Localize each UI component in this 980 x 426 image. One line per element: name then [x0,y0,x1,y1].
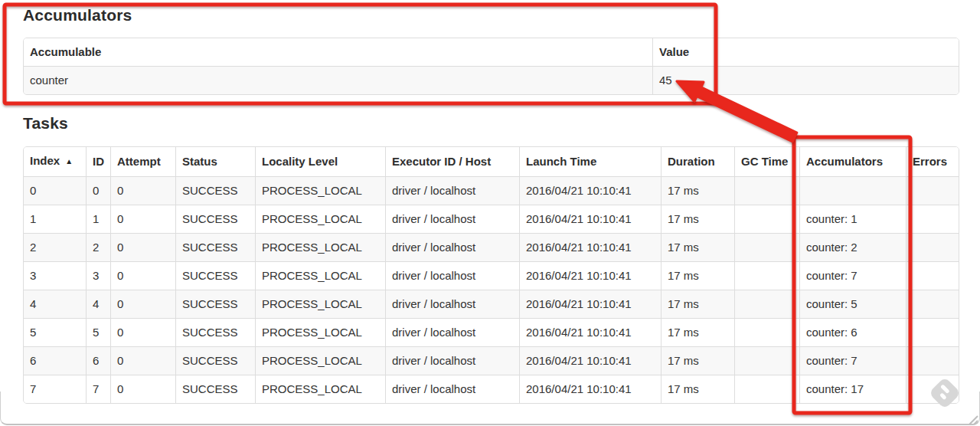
table-cell: 2016/04/21 10:10:41 [519,290,661,318]
table-row: 440SUCCESSPROCESS_LOCALdriver / localhos… [24,290,959,318]
table-cell: PROCESS_LOCAL [255,318,385,346]
table-cell [906,176,959,205]
table-cell: counter: 7 [799,346,906,375]
table-cell: 0 [110,176,175,205]
table-cell: 17 ms [661,176,734,205]
table-header-row: AccumulableValue [24,38,959,66]
table-cell: 4 [24,290,86,318]
table-cell: 2016/04/21 10:10:41 [519,346,661,375]
table-cell: 2016/04/21 10:10:41 [519,205,661,233]
table-cell [906,233,959,261]
table-cell: PROCESS_LOCAL [255,205,385,233]
column-header-index[interactable]: Index▲ [24,147,86,176]
table-cell: 2016/04/21 10:10:41 [519,176,661,205]
table-cell: 45 [652,66,959,94]
table-cell: SUCCESS [175,346,255,375]
column-header-executor-id-host[interactable]: Executor ID / Host [385,147,519,176]
table-cell: 0 [110,346,175,375]
table-cell: driver / localhost [385,176,519,205]
table-cell: 2016/04/21 10:10:41 [519,261,661,290]
table-cell: 17 ms [661,290,734,318]
table-cell: driver / localhost [385,346,519,375]
table-cell: 1 [24,205,86,233]
table-row: 330SUCCESSPROCESS_LOCALdriver / localhos… [24,261,959,290]
table-cell: driver / localhost [385,290,519,318]
column-header-value[interactable]: Value [652,38,959,66]
table-header-row: Index▲IDAttemptStatusLocality LevelExecu… [24,147,959,176]
table-cell: PROCESS_LOCAL [255,290,385,318]
table-cell: SUCCESS [175,205,255,233]
table-row: 550SUCCESSPROCESS_LOCALdriver / localhos… [24,318,959,346]
table-cell: 4 [86,290,110,318]
table-cell: 6 [24,346,86,375]
table-cell: SUCCESS [175,261,255,290]
sort-asc-icon: ▲ [65,157,73,165]
table-cell: 0 [110,290,175,318]
table-cell: 17 ms [661,205,734,233]
tasks-table: Index▲IDAttemptStatusLocality LevelExecu… [23,146,959,404]
table-cell: counter: 5 [799,290,906,318]
table-cell [906,346,959,375]
column-header-accumulable[interactable]: Accumulable [24,38,652,66]
table-cell: 17 ms [661,233,734,261]
table-cell: 17 ms [661,318,734,346]
table-cell: 0 [86,176,110,205]
table-cell: counter: 6 [799,318,906,346]
table-cell [734,233,799,261]
column-header-locality-level[interactable]: Locality Level [255,147,385,176]
table-cell: 17 ms [661,261,734,290]
table-cell: 5 [86,318,110,346]
table-cell: 1 [86,205,110,233]
table-cell: counter: 1 [799,205,906,233]
table-row: counter45 [24,66,959,94]
column-header-gc-time[interactable]: GC Time [734,147,799,176]
column-header-status[interactable]: Status [175,147,255,176]
table-cell: 3 [24,261,86,290]
table-cell: driver / localhost [385,205,519,233]
table-cell: PROCESS_LOCAL [255,346,385,375]
table-cell: 0 [110,233,175,261]
table-cell: 2016/04/21 10:10:41 [519,233,661,261]
table-row: 110SUCCESSPROCESS_LOCALdriver / localhos… [24,205,959,233]
table-cell: 0 [110,261,175,290]
column-header-duration[interactable]: Duration [661,147,734,176]
table-cell: PROCESS_LOCAL [255,176,385,205]
table-cell [734,290,799,318]
table-cell [734,205,799,233]
table-cell: PROCESS_LOCAL [255,261,385,290]
table-cell: PROCESS_LOCAL [255,233,385,261]
column-header-attempt[interactable]: Attempt [110,147,175,176]
table-cell: SUCCESS [175,176,255,205]
table-cell: counter [24,66,652,94]
table-cell: driver / localhost [385,261,519,290]
tasks-section-title: Tasks [23,114,68,133]
table-cell: 5 [24,318,86,346]
table-cell: 2 [86,233,110,261]
table-cell: SUCCESS [175,290,255,318]
table-cell: 2 [24,233,86,261]
column-header-errors[interactable]: Errors [906,147,959,176]
table-cell [799,176,906,205]
table-cell [734,318,799,346]
table-cell: driver / localhost [385,318,519,346]
column-header-id[interactable]: ID [86,147,110,176]
column-header-accumulators[interactable]: Accumulators [799,147,906,176]
table-row: 000SUCCESSPROCESS_LOCALdriver / localhos… [24,176,959,205]
table-cell [734,176,799,205]
table-cell: SUCCESS [175,233,255,261]
table-cell [734,261,799,290]
table-cell: 0 [110,318,175,346]
window-frame [0,392,980,425]
table-cell: 3 [86,261,110,290]
table-cell: counter: 2 [799,233,906,261]
column-header-launch-time[interactable]: Launch Time [519,147,661,176]
table-cell: 0 [24,176,86,205]
accumulable-table: AccumulableValue counter45 [23,38,959,95]
table-cell [734,346,799,375]
table-cell: counter: 7 [799,261,906,290]
table-row: 660SUCCESSPROCESS_LOCALdriver / localhos… [24,346,959,375]
table-cell: 0 [110,205,175,233]
table-cell [906,261,959,290]
table-cell [906,290,959,318]
table-cell: 2016/04/21 10:10:41 [519,318,661,346]
